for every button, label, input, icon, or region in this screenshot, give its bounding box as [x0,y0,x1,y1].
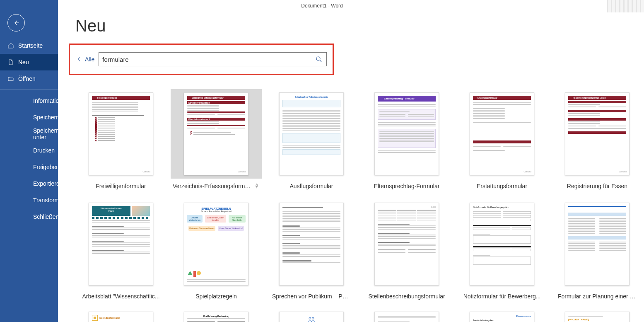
thumb-header: Erstattungsformular [473,96,531,100]
template-thumb: Verzeichnis-Erfassungsformular Schülerin… [171,89,262,179]
template-thumb: Freiwilligenformular Contoso [75,89,166,179]
nav-save-label: Speichern [33,114,59,121]
nav-print-label: Drucken [33,147,55,154]
template-stelle[interactable]: 00.000 [361,199,452,300]
nav-export[interactable]: Exportieren [17,175,58,192]
nav-divider [0,90,58,90]
search-filter-back[interactable]: Alle [76,56,94,63]
template-caption: Formular zur Planung einer K... [558,293,637,300]
back-button[interactable] [7,14,25,31]
template-elternsprechtag[interactable]: Elternsprechtag-Formular [361,89,452,189]
thumb-sub2: Elterninformationen 1 [187,118,245,121]
thumb-header: Registrierungsformular für Essen [568,96,626,100]
nav-new-label: Neu [18,59,29,65]
nav-share[interactable]: Freigeben [17,159,58,175]
search-filter-all-label: Alle [85,56,94,63]
nav-open[interactable]: Öffnen [0,70,58,87]
template-erstattung[interactable]: Erstattungsformular Contoso Erstattungsf… [456,89,548,189]
template-freiwilligen[interactable]: Freiwilligenformular Contoso Freiwi [75,89,166,189]
template-ausflug[interactable]: Schulausflug-Teilnahmeerlaubnis Ausflugs… [266,89,357,189]
page-title: Neu [75,12,644,35]
template-caption: Elternsprechtag-Formular [374,183,440,189]
backstage-sidebar: Startseite Neu Öffnen Informationen Spei… [0,0,58,322]
svg-point-1 [309,317,311,320]
template-spielplatz[interactable]: SPIELPLATZREGELN Sicher – Freundlich – R… [171,199,262,300]
template-row3-4[interactable] [361,310,452,322]
template-essen[interactable]: Registrierungsformular für Essen Contoso… [552,89,643,189]
template-projekt[interactable]: [PROJEKTNAME] [552,310,643,322]
template-search-box[interactable] [99,52,327,66]
template-verzeichnis[interactable]: Verzeichnis-Erfassungsformular Schülerin… [171,89,262,189]
folder-open-icon [7,75,14,82]
thumb-logo: Contoso [523,170,531,173]
template-publikum[interactable]: Sprechen vor Publikum – Par... [266,199,357,300]
template-caption: Verzeichnis-Erfassungsformu... [173,183,251,189]
template-spenden[interactable]: Spendenformular [Name der Organisation] [75,310,166,322]
template-caption: Arbeitsblatt "Wissenschaftlic... [82,293,159,300]
template-thumb: ········· [552,199,643,289]
template-personal[interactable]: Firmenname Persönliche Angaben [456,310,548,322]
template-konferenz[interactable]: Konferenzprotokoll [266,310,357,322]
template-thumb: SPIELPLATZREGELN Sicher – Freundlich – R… [171,199,262,289]
template-bewerber[interactable]: Notizformular für Bewerbergespräch Notiz… [456,199,548,300]
template-thumb: Notizformular für Bewerbergespräch [456,199,548,289]
template-thumb: Erstattungsformular Contoso [456,89,548,179]
nav-save[interactable]: Speichern [17,109,58,126]
window-decor [607,0,644,12]
nav-home[interactable]: Startseite [0,37,58,54]
nav-new[interactable]: Neu [0,54,58,70]
template-caption: Notizformular für Bewerberg... [463,293,541,300]
search-row-highlight: Alle [69,44,334,75]
template-planung[interactable]: ········· [552,199,643,300]
nav-close-label: Schließen [33,213,59,220]
nav-print[interactable]: Drucken [17,142,58,159]
template-search-button[interactable] [313,53,325,65]
people-icon [308,317,315,322]
titlebar: Dokument1 - Word [0,0,644,12]
document-icon [7,59,14,65]
template-thumb: 00.000 [361,199,452,289]
svg-point-0 [316,57,320,61]
template-caption: Registrierung für Essen [567,183,627,189]
thumb-header: Elternsprechtag-Formular [378,96,436,102]
nav-home-label: Startseite [18,42,43,49]
template-thumb: Konferenzprotokoll [266,310,357,322]
template-kaufvertrag[interactable]: Kraftfahrzeug-Kaufvertrag [171,310,262,322]
thumb-title: SPIELPLATZREGELN [187,207,246,210]
template-thumb: Registrierungsformular für Essen Contoso [552,89,643,179]
template-caption: Stellenbeschreibungsformular [368,293,445,300]
nav-transform[interactable]: Transformieren [17,192,58,208]
templates-grid-row1: Freiwilligenformular Contoso Freiwi [75,89,644,189]
nav-saveas-label: Speichern unter [33,127,59,140]
template-caption: Freiwilligenformular [96,183,146,189]
thumb-title: Kraftfahrzeug-Kaufvertrag [187,315,245,317]
templates-grid-row3: Spendenformular [Name der Organisation] … [75,310,644,322]
nav-close[interactable]: Schließen [17,208,58,225]
template-caption: Sprechen vor Publikum – Par... [272,293,351,300]
thumb-logo: Contoso [238,170,246,173]
nav-saveas[interactable]: Speichern unter [17,126,58,142]
home-icon [7,42,14,49]
arrow-left-icon [76,56,82,63]
template-caption: Spielplatzregeln [195,293,237,300]
pin-icon[interactable] [254,183,260,189]
template-thumb: Spendenformular [Name der Organisation] [75,310,166,322]
arrow-left-icon [12,19,20,27]
thumb-header: Freiwilligenformular [92,96,150,100]
template-caption: Ausflugsformular [289,183,333,189]
template-thumb: Kraftfahrzeug-Kaufvertrag [171,310,262,322]
templates-grid-row2: Wissenschaftliches Fazit [75,199,644,300]
template-search-input[interactable] [102,56,313,63]
template-thumb: Elternsprechtag-Formular [361,89,452,179]
thumb-sub1: Schülerinformationen [187,101,245,104]
template-wissenschaft[interactable]: Wissenschaftliches Fazit [75,199,166,300]
template-caption: Erstattungsformular [477,183,527,189]
template-thumb: Schulausflug-Teilnahmeerlaubnis [266,89,357,179]
template-thumb [361,310,452,322]
thumb-header: Verzeichnis-Erfassungsformular [187,96,245,100]
search-icon [315,56,323,63]
nav-info[interactable]: Informationen [17,92,58,109]
thumb-subtitle: Sicher – Freundlich – Respektvoll [187,210,246,213]
svg-point-2 [312,317,314,320]
nav-open-label: Öffnen [18,75,36,82]
